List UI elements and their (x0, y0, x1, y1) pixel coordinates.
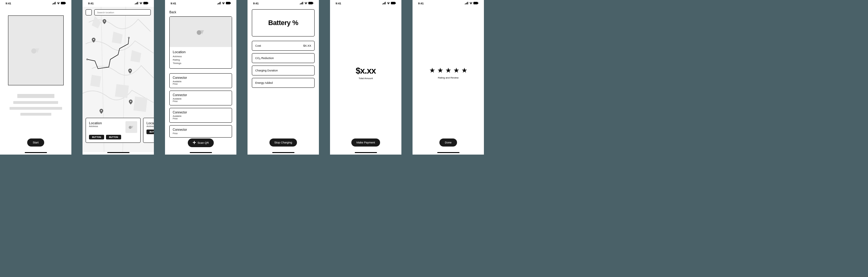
connector-available: Available (173, 98, 229, 100)
battery-icon (308, 2, 313, 5)
screen-start: 9:41 Start (0, 0, 71, 155)
connector-title: Connector (173, 76, 229, 80)
map-pin-icon[interactable] (92, 38, 95, 43)
status-bar: 9:41 (412, 0, 484, 7)
home-indicator[interactable] (25, 152, 47, 153)
star-icon[interactable]: ★ (445, 66, 452, 74)
make-payment-button[interactable]: Make Payment (351, 138, 380, 147)
svg-rect-15 (395, 2, 396, 4)
review-label: Rating and Review (438, 76, 459, 79)
stop-charging-button[interactable]: Stop Charging (270, 138, 297, 147)
svg-rect-9 (226, 2, 230, 4)
svg-rect-0 (61, 2, 65, 4)
status-icons (52, 2, 66, 5)
battery-icon (226, 2, 231, 5)
connector-title: Connector (173, 93, 229, 97)
filter-button[interactable] (86, 9, 92, 16)
map-pin-icon[interactable] (128, 69, 132, 73)
status-icons (382, 2, 396, 5)
location-address: Address (147, 125, 154, 128)
skeleton-title (17, 94, 54, 98)
connector-card[interactable]: Connector Available Price (169, 73, 232, 88)
location-action-button[interactable]: BUTTON (147, 129, 154, 134)
location-timings: Timings (173, 62, 229, 65)
star-icon[interactable]: ★ (437, 66, 443, 74)
location-action-button[interactable]: BUTTON (106, 135, 121, 140)
location-thumbnail (125, 121, 137, 133)
wifi-icon (57, 2, 60, 5)
svg-rect-16 (473, 2, 478, 4)
location-card[interactable]: Location Address BUTTON (143, 118, 154, 143)
svg-point-7 (128, 37, 129, 38)
signal-icon (217, 2, 221, 5)
skeleton-line (13, 101, 58, 104)
search-input[interactable] (94, 9, 151, 16)
total-amount: $x.xx (356, 66, 376, 76)
signal-icon (465, 2, 468, 5)
payment-content: $x.xx Total Amount Make Payment (330, 7, 401, 152)
location-image (169, 17, 232, 47)
status-bar: 9:41 (0, 0, 71, 7)
home-indicator[interactable] (272, 152, 294, 153)
done-button[interactable]: Done (439, 138, 457, 147)
svg-rect-13 (313, 2, 313, 4)
energy-label: Energy Added (255, 81, 273, 84)
status-time: 9:41 (6, 2, 11, 5)
back-button[interactable]: Back (169, 7, 232, 17)
status-time: 9:41 (418, 2, 424, 5)
connector-price: Price (173, 118, 229, 120)
status-time: 9:41 (88, 2, 94, 5)
status-time: 9:41 (336, 2, 341, 5)
map-pin-icon[interactable] (102, 19, 106, 24)
total-amount-label: Total Amount (359, 77, 373, 80)
home-indicator[interactable] (355, 152, 377, 153)
home-indicator[interactable] (437, 152, 460, 153)
connector-card[interactable]: Connector Available Price (169, 91, 232, 105)
cost-label: Cost (255, 44, 261, 47)
screen-payment: 9:41 $x.xx Total Amount Make Payment (330, 0, 401, 155)
status-bar: 9:41 (330, 0, 401, 7)
charging-content: Battery % Cost $X.XX CO2 Reduction Charg… (248, 7, 319, 152)
location-detail-card: Location Address Rating Timings (169, 17, 232, 69)
location-action-button[interactable]: BUTTON (89, 135, 104, 140)
star-icon[interactable]: ★ (429, 66, 435, 74)
location-cards[interactable]: Location Address BUTTON BUTTON Location (86, 118, 154, 143)
location-card[interactable]: Location Address BUTTON BUTTON (86, 118, 141, 143)
start-content: Start (0, 7, 71, 152)
signal-icon (382, 2, 386, 5)
status-time: 9:41 (253, 2, 259, 5)
svg-rect-14 (391, 2, 395, 4)
location-title: Location (147, 121, 154, 125)
wifi-icon (304, 2, 307, 5)
connector-price: Price (173, 83, 229, 85)
image-placeholder-icon (30, 46, 42, 55)
svg-rect-4 (148, 2, 148, 4)
co2-label: CO2 Reduction (255, 57, 274, 60)
screen-details: 9:41 Back Location Address Rating Timing… (165, 0, 237, 155)
start-button[interactable]: Start (27, 138, 44, 147)
map-pin-icon[interactable] (99, 109, 103, 114)
search-row (83, 7, 154, 18)
connector-card[interactable]: Connector Available Price (169, 108, 232, 123)
svg-rect-10 (230, 2, 231, 4)
connector-card[interactable]: Connector Price (169, 125, 232, 137)
details-content: Back Location Address Rating Timings Con… (165, 7, 237, 152)
location-rating: Rating (173, 58, 229, 61)
connector-available: Available (173, 115, 229, 117)
star-icon[interactable]: ★ (453, 66, 460, 74)
cost-value: $X.XX (303, 44, 311, 47)
skeleton-line (21, 113, 51, 116)
connector-available: Available (173, 81, 229, 83)
status-icons (300, 2, 313, 5)
map-pin-icon[interactable] (129, 99, 132, 104)
scan-qr-button[interactable]: Scan QR (188, 138, 214, 147)
svg-point-6 (87, 59, 88, 60)
energy-card: Energy Added (252, 78, 315, 88)
svg-rect-17 (478, 2, 478, 4)
battery-icon (473, 2, 478, 5)
home-indicator[interactable] (190, 152, 212, 153)
cost-card: Cost $X.XX (252, 41, 315, 51)
status-bar: 9:41 (165, 0, 237, 7)
home-indicator[interactable] (107, 152, 129, 153)
star-icon[interactable]: ★ (461, 66, 468, 74)
